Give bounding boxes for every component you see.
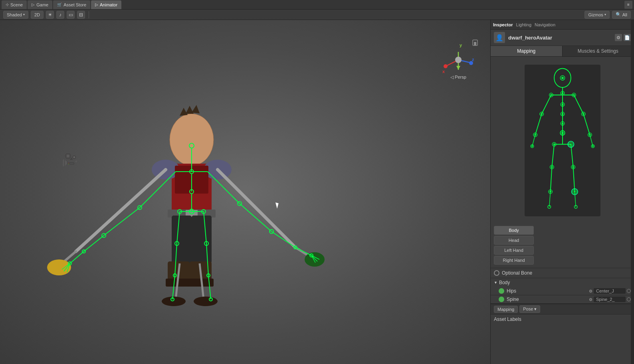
- animator-icon: ▷: [95, 2, 98, 7]
- svg-point-121: [592, 145, 594, 147]
- svg-marker-1: [180, 108, 188, 116]
- gizmos-arrow: ▾: [604, 13, 606, 16]
- optional-bone-row: Optional Bone: [491, 268, 634, 278]
- inspector-header: Inspector Lighting Navigation: [491, 20, 634, 30]
- hips-value[interactable]: Center_J: [594, 288, 626, 294]
- bone-section-body: ▼ Body Hips ⚙ Center_J Spine ⚙: [491, 278, 634, 304]
- tab-animator[interactable]: ▷ Animator: [91, 0, 121, 9]
- inspector-tab[interactable]: Inspector: [493, 22, 513, 27]
- hips-extra-dot: [627, 289, 631, 293]
- btn-left-hand[interactable]: Left Hand: [494, 246, 534, 255]
- avatar-settings-icon[interactable]: ⚙: [615, 34, 622, 41]
- shaded-dropdown[interactable]: Shaded ▾: [3, 11, 28, 19]
- svg-rect-16: [172, 216, 192, 263]
- view-2d-label: 2D: [34, 12, 40, 17]
- svg-point-97: [561, 113, 563, 115]
- asset-labels: Asset Labels: [491, 314, 634, 324]
- navigation-tab[interactable]: Navigation: [535, 22, 555, 27]
- svg-point-101: [561, 132, 564, 134]
- audio-icon[interactable]: ♪: [56, 11, 64, 19]
- right-scrollbar[interactable]: [631, 20, 634, 364]
- spine-dot: [499, 297, 504, 302]
- optional-bone-label: Optional Bone: [502, 270, 532, 276]
- avatar-icon: 👤: [494, 32, 505, 43]
- gizmo-svg: y x z: [438, 38, 478, 80]
- svg-marker-72: [456, 66, 460, 70]
- avatar-name: dwarf_heroAvatar: [508, 35, 552, 41]
- bone-row-hips: Hips ⚙ Center_J: [491, 287, 634, 295]
- mapping-tabs: Mapping Muscles & Settings: [491, 46, 634, 57]
- tab-asset-store-label: Asset Store: [63, 2, 86, 7]
- spine-value[interactable]: Spine_2_: [594, 297, 626, 302]
- spine-link-icon: ⚙: [589, 297, 592, 302]
- character-skeleton: [24, 92, 327, 347]
- search-all-label: All: [622, 12, 627, 17]
- tab-game[interactable]: ▷ Game: [28, 0, 52, 9]
- svg-text:z: z: [472, 57, 474, 62]
- bone-section-header[interactable]: ▼ Body: [491, 278, 634, 287]
- svg-point-15: [305, 252, 325, 267]
- tab-asset-store[interactable]: 🛒 Asset Store: [53, 0, 90, 9]
- svg-line-10: [76, 170, 166, 251]
- btn-body[interactable]: Body: [494, 226, 534, 235]
- scene-view[interactable]: 🎥: [0, 20, 490, 364]
- hips-value-area: ⚙ Center_J: [589, 288, 631, 294]
- svg-line-12: [218, 170, 295, 247]
- optional-bone-circle: [494, 270, 499, 276]
- svg-point-95: [561, 103, 563, 105]
- asset-labels-text: Asset Labels: [494, 317, 521, 322]
- scene-icon: ⊹: [6, 2, 9, 7]
- avatar-header-right: ⚙ 📄: [615, 34, 631, 41]
- top-right-menu-btn[interactable]: ≡: [624, 1, 632, 9]
- mapping-bottom-bar: Mapping Pose ▾: [491, 304, 634, 314]
- search-all-btn[interactable]: 🔍 All: [612, 11, 631, 19]
- svg-rect-82: [474, 42, 476, 46]
- bone-section-label: Body: [499, 280, 510, 285]
- btn-right-hand[interactable]: Right Hand: [494, 256, 534, 265]
- gizmos-label: Gizmos: [588, 12, 603, 17]
- tab-animator-label: Animator: [100, 2, 117, 7]
- tab-scene-label: Scene: [10, 2, 23, 7]
- svg-line-53: [295, 247, 311, 255]
- layers-icon[interactable]: ⊟: [77, 11, 85, 19]
- hips-dot: [499, 288, 504, 294]
- avatar-file-icon[interactable]: 📄: [624, 34, 631, 41]
- svg-point-99: [561, 123, 563, 125]
- gizmos-dropdown[interactable]: Gizmos ▾: [584, 11, 609, 19]
- image-icon[interactable]: ▭: [67, 11, 75, 19]
- human-figure-svg: [523, 65, 602, 216]
- svg-point-75: [444, 64, 448, 68]
- gizmos-area: Gizmos ▾ 🔍 All: [584, 11, 631, 19]
- svg-point-25: [194, 297, 218, 306]
- hips-link-icon: ⚙: [589, 289, 592, 293]
- search-icon: 🔍: [616, 12, 621, 17]
- svg-marker-3: [192, 105, 200, 113]
- top-tab-bar: ⊹ Scene ▷ Game 🛒 Asset Store ▷ Animator …: [0, 0, 634, 10]
- svg-point-14: [47, 259, 71, 275]
- sun-icon[interactable]: ☀: [46, 11, 54, 19]
- btn-head[interactable]: Head: [494, 236, 534, 245]
- tab-game-label: Game: [36, 2, 48, 7]
- mapping-bottom-mapping-btn[interactable]: Mapping: [494, 306, 518, 313]
- svg-point-103: [561, 92, 563, 94]
- svg-point-86: [561, 77, 564, 79]
- lighting-tab[interactable]: Lighting: [516, 22, 532, 27]
- tab-scene[interactable]: ⊹ Scene: [2, 0, 27, 9]
- tab-muscles-settings[interactable]: Muscles & Settings: [563, 46, 634, 56]
- body-section-buttons: Body Head Left Hand Right Hand: [491, 224, 634, 268]
- spine-value-area: ⚙ Spine_2_: [589, 297, 631, 302]
- store-icon: 🛒: [57, 2, 62, 7]
- svg-point-112: [531, 145, 533, 147]
- pose-label: Pose: [523, 307, 533, 311]
- spine-extra-dot: [627, 297, 631, 301]
- gizmo-widget[interactable]: y x z ◁ Persp: [438, 38, 478, 82]
- scene-toolbar: Shaded ▾ 2D ☀ ♪ ▭ ⊟ Gizmos ▾ 🔍 All: [0, 10, 634, 20]
- mapping-bottom-pose-btn[interactable]: Pose ▾: [519, 305, 540, 313]
- hips-name: Hips: [507, 288, 586, 294]
- body-diagram: [491, 57, 634, 224]
- svg-text:y: y: [460, 43, 462, 47]
- tab-mapping[interactable]: Mapping: [491, 46, 563, 56]
- view-2d-btn[interactable]: 2D: [31, 11, 44, 19]
- spine-name: Spine: [507, 297, 586, 302]
- svg-text:x: x: [442, 69, 445, 74]
